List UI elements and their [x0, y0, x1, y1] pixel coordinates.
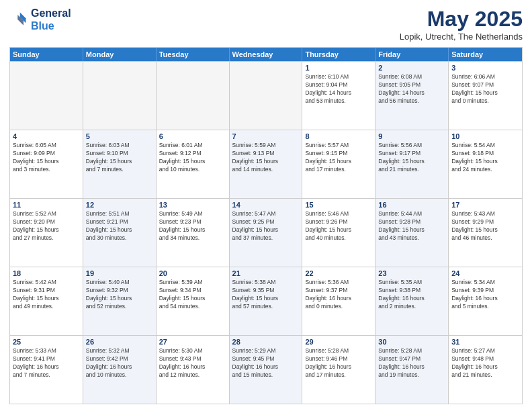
cell-info-line: Daylight: 16 hours [86, 363, 153, 371]
cell-info-line: Sunrise: 5:27 AM [451, 347, 519, 355]
day-number: 20 [159, 269, 226, 277]
cell-info-line: and 14 minutes. [232, 166, 300, 174]
cell-info-line: and 21 minutes. [451, 371, 519, 379]
day-number: 30 [378, 338, 445, 346]
day-number: 26 [86, 338, 153, 346]
cell-info-line: Sunset: 9:31 PM [13, 287, 80, 295]
header: General Blue May 2025 Lopik, Utrecht, Th… [9, 7, 523, 42]
cell-info-line: Daylight: 15 hours [451, 226, 519, 234]
calendar-cell: 10Sunrise: 5:54 AMSunset: 9:18 PMDayligh… [449, 130, 522, 198]
day-number: 29 [305, 338, 372, 346]
cell-info-line: Sunrise: 5:54 AM [451, 142, 519, 150]
cell-info-line: Sunset: 9:25 PM [232, 218, 300, 226]
calendar-cell: 18Sunrise: 5:42 AMSunset: 9:31 PMDayligh… [10, 267, 83, 335]
cell-info-line: and 30 minutes. [86, 234, 153, 242]
cell-info-line: and 3 minutes. [13, 166, 80, 174]
cell-info-line: Daylight: 15 hours [378, 158, 445, 166]
cell-info-line: and 2 minutes. [378, 303, 445, 311]
cell-info-line: Sunset: 9:13 PM [232, 150, 300, 158]
day-header-wednesday: Wednesday [230, 48, 303, 61]
calendar-cell: 26Sunrise: 5:32 AMSunset: 9:42 PMDayligh… [83, 336, 157, 404]
day-number: 24 [451, 269, 519, 277]
cell-info-line: Sunset: 9:35 PM [232, 287, 300, 295]
cell-info-line: and 34 minutes. [159, 234, 226, 242]
cell-info-line: Sunrise: 5:49 AM [159, 210, 226, 218]
cell-info-line: Sunrise: 6:05 AM [13, 142, 80, 150]
cell-info-line: Sunrise: 6:03 AM [86, 142, 153, 150]
cell-info-line: Sunrise: 5:47 AM [232, 210, 300, 218]
cell-info-line: Sunrise: 5:43 AM [451, 210, 519, 218]
cell-info-line: Sunset: 9:46 PM [305, 355, 372, 363]
cell-info-line: and 52 minutes. [86, 303, 153, 311]
cell-info-line: Daylight: 16 hours [451, 295, 519, 303]
cell-info-line: Daylight: 16 hours [451, 363, 519, 371]
calendar-cell: 23Sunrise: 5:35 AMSunset: 9:38 PMDayligh… [375, 267, 449, 335]
cell-info-line: Sunrise: 5:46 AM [305, 210, 372, 218]
cell-info-line: Daylight: 15 hours [232, 295, 300, 303]
logo: General Blue [9, 7, 71, 32]
cell-info-line: Daylight: 15 hours [451, 89, 519, 97]
day-number: 1 [305, 64, 372, 72]
cell-info-line: Sunset: 9:41 PM [13, 355, 80, 363]
calendar-cell: 29Sunrise: 5:28 AMSunset: 9:46 PMDayligh… [302, 336, 375, 404]
cell-info-line: Daylight: 15 hours [86, 226, 153, 234]
calendar-cell: 21Sunrise: 5:38 AMSunset: 9:35 PMDayligh… [230, 267, 303, 335]
calendar-week-2: 4Sunrise: 6:05 AMSunset: 9:09 PMDaylight… [10, 130, 522, 198]
cell-info-line: and 7 minutes. [13, 371, 80, 379]
logo-text: General Blue [31, 7, 71, 32]
cell-info-line: and 7 minutes. [86, 166, 153, 174]
cell-info-line: Sunset: 9:10 PM [86, 150, 153, 158]
calendar-cell: 11Sunrise: 5:52 AMSunset: 9:20 PMDayligh… [10, 199, 83, 267]
day-number: 23 [378, 269, 445, 277]
calendar-cell: 27Sunrise: 5:30 AMSunset: 9:43 PMDayligh… [157, 336, 230, 404]
cell-info-line: and 49 minutes. [13, 303, 80, 311]
day-number: 31 [451, 338, 519, 346]
cell-info-line: Sunrise: 6:01 AM [159, 142, 226, 150]
calendar-cell: 15Sunrise: 5:46 AMSunset: 9:26 PMDayligh… [302, 199, 375, 267]
calendar-cell [10, 62, 83, 130]
calendar-cell: 3Sunrise: 6:06 AMSunset: 9:07 PMDaylight… [449, 62, 522, 130]
location: Lopik, Utrecht, The Netherlands [400, 32, 523, 42]
cell-info-line: Sunrise: 5:29 AM [232, 347, 300, 355]
cell-info-line: and 43 minutes. [378, 234, 445, 242]
calendar-cell: 30Sunrise: 5:28 AMSunset: 9:47 PMDayligh… [375, 336, 449, 404]
cell-info-line: Sunrise: 5:59 AM [232, 142, 300, 150]
cell-info-line: Sunrise: 5:51 AM [86, 210, 153, 218]
day-number: 21 [232, 269, 300, 277]
calendar-cell: 14Sunrise: 5:47 AMSunset: 9:25 PMDayligh… [230, 199, 303, 267]
calendar-cell [83, 62, 157, 130]
day-header-monday: Monday [83, 48, 157, 61]
cell-info-line: Sunset: 9:05 PM [378, 81, 445, 89]
calendar-cell: 1Sunrise: 6:10 AMSunset: 9:04 PMDaylight… [302, 62, 375, 130]
logo-icon [9, 10, 28, 29]
cell-info-line: and 0 minutes. [305, 303, 372, 311]
day-number: 4 [13, 132, 80, 140]
cell-info-line: Daylight: 16 hours [378, 295, 445, 303]
month-title: May 2025 [400, 7, 523, 32]
day-number: 28 [232, 338, 300, 346]
calendar-cell: 4Sunrise: 6:05 AMSunset: 9:09 PMDaylight… [10, 130, 83, 198]
cell-info-line: Sunset: 9:20 PM [13, 218, 80, 226]
calendar-cell: 17Sunrise: 5:43 AMSunset: 9:29 PMDayligh… [449, 199, 522, 267]
calendar-cell: 8Sunrise: 5:57 AMSunset: 9:15 PMDaylight… [302, 130, 375, 198]
calendar-cell: 16Sunrise: 5:44 AMSunset: 9:28 PMDayligh… [375, 199, 449, 267]
day-header-tuesday: Tuesday [157, 48, 230, 61]
cell-info-line: Sunrise: 6:08 AM [378, 73, 445, 81]
calendar-cell: 28Sunrise: 5:29 AMSunset: 9:45 PMDayligh… [230, 336, 303, 404]
day-number: 12 [86, 201, 153, 209]
cell-info-line: and 56 minutes. [378, 97, 445, 105]
cell-info-line: and 17 minutes. [305, 166, 372, 174]
calendar-week-5: 25Sunrise: 5:33 AMSunset: 9:41 PMDayligh… [10, 335, 522, 404]
calendar-cell [157, 62, 230, 130]
cell-info-line: Sunrise: 5:40 AM [86, 279, 153, 287]
cell-info-line: Sunrise: 6:10 AM [305, 73, 372, 81]
cell-info-line: Sunset: 9:07 PM [451, 81, 519, 89]
cell-info-line: Sunset: 9:26 PM [305, 218, 372, 226]
cell-info-line: Sunrise: 5:44 AM [378, 210, 445, 218]
cell-info-line: Sunrise: 5:34 AM [451, 279, 519, 287]
cell-info-line: Daylight: 15 hours [86, 295, 153, 303]
day-number: 19 [86, 269, 153, 277]
cell-info-line: Sunset: 9:48 PM [451, 355, 519, 363]
day-header-friday: Friday [375, 48, 449, 61]
calendar-header: SundayMondayTuesdayWednesdayThursdayFrid… [10, 48, 522, 61]
